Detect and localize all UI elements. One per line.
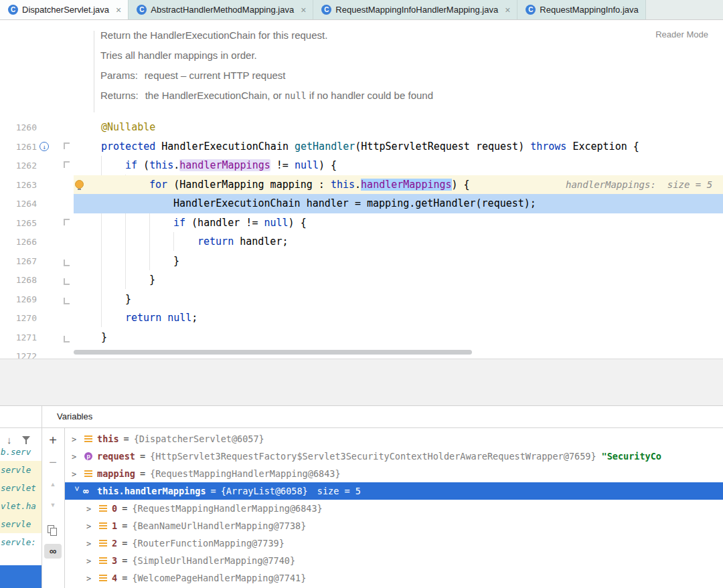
variable-value: {RouterFunctionMapping@7739} — [132, 538, 285, 549]
code-token: @Nullable — [101, 121, 155, 133]
code-line[interactable]: 1268} — [0, 270, 723, 290]
variable-name: request — [97, 451, 135, 462]
stack-frame-item[interactable]: servle — [0, 515, 42, 533]
variable-row[interactable]: >this={DispatcherServlet@6057} — [65, 430, 723, 448]
copy-icon[interactable] — [42, 525, 64, 537]
stack-frame-item[interactable]: servle: — [0, 533, 42, 551]
editor-tab[interactable]: CRequestMappingInfo.java — [517, 0, 645, 19]
code-token: ; — [191, 312, 197, 324]
variable-value: {RequestMappingHandlerMapping@6843} — [150, 468, 340, 479]
stack-frame-item[interactable]: servle — [0, 461, 42, 479]
fold-marker-icon[interactable] — [64, 336, 70, 342]
line-number[interactable]: 1268 — [0, 270, 37, 290]
code-line[interactable]: 1260@Nullable — [0, 118, 723, 137]
close-icon[interactable]: × — [301, 5, 306, 15]
chevron-right-icon[interactable]: > — [86, 570, 97, 587]
line-number[interactable]: 1267 — [0, 252, 37, 271]
fold-marker-icon[interactable] — [64, 219, 70, 225]
move-down-button[interactable]: ▼ — [42, 502, 64, 508]
variable-name: mapping — [97, 468, 135, 479]
tab-label: RequestMappingInfoHandlerMapping.java — [335, 5, 498, 15]
value-icon — [99, 539, 107, 547]
code-line[interactable]: 1267} — [0, 252, 723, 271]
equals-sign: = — [140, 468, 145, 479]
horizontal-scrollbar[interactable] — [74, 350, 472, 355]
close-icon[interactable]: × — [116, 5, 121, 15]
variable-value: {DispatcherServlet@6057} — [134, 433, 264, 444]
close-icon[interactable]: × — [505, 5, 510, 15]
stack-frame-item[interactable]: b.serv — [0, 443, 42, 461]
line-number[interactable]: 1260 — [0, 118, 37, 137]
chevron-right-icon[interactable]: > — [86, 535, 97, 552]
variable-row[interactable]: >1={BeanNameUrlHandlerMapping@7738} — [65, 517, 723, 534]
variable-row[interactable]: >this.handlerMappings={ArrayList@6058}si… — [65, 482, 723, 500]
variable-value: {RequestMappingHandlerMapping@6843} — [132, 503, 322, 514]
watch-icon — [84, 487, 92, 495]
value-icon — [84, 435, 92, 443]
editor-tab[interactable]: CRequestMappingInfoHandlerMapping.java× — [313, 0, 517, 19]
chevron-right-icon[interactable]: > — [72, 448, 82, 465]
equals-sign: = — [122, 573, 127, 583]
chevron-right-icon[interactable]: > — [86, 518, 97, 534]
fold-marker-icon[interactable] — [64, 142, 70, 149]
chevron-right-icon[interactable]: > — [86, 500, 97, 517]
variable-name: 0 — [112, 503, 117, 514]
code-line[interactable]: 1269} — [0, 290, 723, 309]
line-number[interactable]: 1261 — [0, 137, 37, 157]
line-number[interactable]: 1265 — [0, 213, 37, 233]
variable-row[interactable]: >request={HttpServlet3RequestFactory$Ser… — [65, 448, 723, 465]
stack-frame-item[interactable]: servlet — [0, 479, 42, 497]
intention-bulb-icon[interactable] — [75, 180, 84, 189]
code-line[interactable]: 1262if (this.handlerMappings != null) { — [0, 156, 723, 175]
override-method-icon[interactable]: ↓ — [39, 142, 49, 151]
code-line[interactable]: 1261↓protected HandlerExecutionChain get… — [0, 137, 723, 157]
code-text: HandlerExecutionChain handler = mapping.… — [173, 194, 536, 213]
variable-row[interactable]: >mapping={RequestMappingHandlerMapping@6… — [65, 465, 723, 482]
code-line[interactable]: 1265if (handler != null) { — [0, 213, 723, 233]
variable-name: 2 — [112, 538, 117, 549]
code-token: handler; — [240, 235, 288, 248]
equals-sign: = — [140, 451, 145, 462]
move-up-button[interactable]: ▲ — [42, 481, 64, 488]
chevron-right-icon[interactable]: > — [72, 466, 82, 482]
show-watches-button[interactable]: ∞ — [44, 544, 62, 559]
selected-frame-partial[interactable] — [0, 565, 42, 588]
code-line[interactable]: 1266return handler; — [0, 232, 723, 252]
add-watch-button[interactable]: + — [42, 433, 64, 447]
stack-frame-item[interactable]: vlet.ha — [0, 497, 42, 515]
chevron-right-icon[interactable]: > — [72, 431, 82, 448]
chevron-right-icon[interactable]: > — [86, 553, 97, 569]
line-number[interactable]: 1264 — [0, 194, 37, 213]
variable-string-value: "SecurityCo — [602, 451, 661, 462]
editor-tab[interactable]: CAbstractHandlerMethodMapping.java× — [129, 0, 313, 19]
variable-value: {SimpleUrlHandlerMapping@7740} — [132, 555, 295, 566]
variable-name: this.handlerMappings — [97, 486, 206, 496]
code-token: . — [173, 159, 179, 171]
line-number[interactable]: 1266 — [0, 232, 37, 252]
line-number[interactable]: 1263 — [0, 175, 37, 195]
variable-row[interactable]: >2={RouterFunctionMapping@7739} — [65, 534, 723, 552]
line-number[interactable]: 1262 — [0, 156, 37, 175]
code-token: this — [149, 159, 173, 171]
fold-marker-icon[interactable] — [64, 161, 70, 168]
variable-row[interactable]: >4={WelcomePageHandlerMapping@7741} — [65, 569, 723, 587]
variable-row[interactable]: >3={SimpleUrlHandlerMapping@7740} — [65, 552, 723, 569]
code-token: != — [270, 159, 295, 171]
java-class-icon: C — [137, 5, 147, 15]
code-line[interactable]: 1263for (HandlerMapping mapping : this.h… — [0, 175, 723, 195]
line-number[interactable]: 1271 — [0, 328, 37, 347]
line-number[interactable]: 1269 — [0, 290, 37, 309]
line-number[interactable]: 1270 — [0, 308, 37, 328]
code-token: } — [149, 274, 155, 286]
fold-marker-icon[interactable] — [64, 278, 70, 285]
code-line[interactable]: 1271} — [0, 328, 723, 347]
code-line[interactable]: 1270return null; — [0, 308, 723, 328]
variable-row[interactable]: >0={RequestMappingHandlerMapping@6843} — [65, 500, 723, 517]
code-token: . — [355, 179, 361, 191]
editor-tab[interactable]: CDispatcherServlet.java× — [0, 0, 129, 19]
editor[interactable]: Reader Mode Return the HandlerExecutionC… — [0, 20, 723, 359]
remove-watch-button[interactable]: − — [42, 456, 64, 469]
code-line[interactable]: 1264HandlerExecutionChain handler = mapp… — [0, 194, 723, 213]
fold-marker-icon[interactable] — [64, 260, 70, 266]
fold-marker-icon[interactable] — [64, 298, 70, 304]
